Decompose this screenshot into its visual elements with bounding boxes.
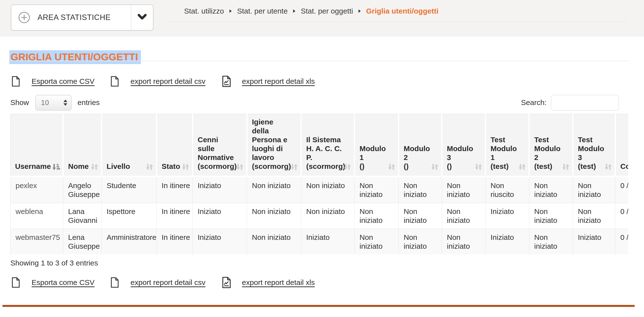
breadcrumb-item[interactable]: Stat. per oggetti (301, 7, 353, 15)
export-link[interactable]: export report detail xls (242, 77, 315, 85)
column-header[interactable]: TestModulo1(test) (486, 114, 529, 177)
breadcrumb-separator-icon (358, 9, 361, 13)
file-icon (11, 277, 20, 288)
table-cell: Non iniziato (442, 177, 486, 203)
column-header[interactable]: CennisulleNormative(scormorg) (193, 114, 247, 177)
table-scroll-container[interactable]: UsernameNomeLivelloStatoCennisulleNormat… (10, 114, 628, 254)
file-icon (11, 76, 20, 87)
column-header-label: P. (306, 153, 350, 162)
column-header-label: Normative (198, 153, 242, 162)
breadcrumb-current: Griglia utenti/oggetti (366, 7, 438, 15)
table-cell: Non iniziato (529, 229, 573, 255)
file-icon (110, 277, 119, 288)
chevron-down-icon (138, 14, 147, 21)
column-header[interactable]: TestModulo3(test) (573, 114, 616, 177)
export-link[interactable]: export report detail xls (242, 278, 315, 287)
export-link-group[interactable]: Esporta come CSV (11, 76, 94, 87)
export-link-group[interactable]: export report detail xls (221, 277, 315, 289)
column-header[interactable]: Modulo3() (442, 114, 486, 177)
table-cell: Non iniziato (354, 177, 399, 203)
column-header-label: Co (620, 162, 628, 171)
column-header-label: Livello (106, 162, 152, 171)
export-link-group[interactable]: Esporta come CSV (11, 277, 94, 288)
table-cell: Non iniziato (399, 203, 442, 229)
search-control: Search: (521, 95, 619, 110)
table-cell: Lana Giovanni (63, 203, 102, 229)
file-chart-icon (221, 277, 232, 289)
table-cell: Non iniziato (247, 229, 301, 255)
column-header-label: Test (490, 135, 524, 144)
table-cell: 0 / (616, 229, 628, 255)
file-icon (110, 76, 119, 87)
table-cell: Non iniziato (301, 203, 354, 229)
column-header[interactable]: Il SistemaH. A. C. C.P.(scormorg) (301, 114, 354, 177)
sort-icon (561, 162, 570, 171)
area-statistiche-split-button[interactable]: AREA STATISTICHE (11, 4, 154, 30)
table-cell: webmaster75 (10, 229, 63, 255)
column-header[interactable]: Username (10, 114, 63, 177)
page-size-select[interactable]: 10 (35, 95, 72, 110)
export-link-group[interactable]: export report detail csv (110, 76, 205, 87)
table-cell: weblena (10, 203, 63, 229)
column-header-label: Modulo (534, 144, 568, 153)
table-cell: Iniziato (573, 229, 616, 255)
column-header-label: Modulo (404, 144, 437, 153)
sort-icon (387, 162, 396, 171)
column-header-label: lavoro (252, 153, 296, 162)
export-links-bottom: Esporta come CSVexport report detail csv… (11, 275, 315, 290)
column-header[interactable]: IgienedellaPersona eluoghi dilavoro(scor… (247, 114, 301, 177)
table-cell: Studente (102, 177, 157, 203)
search-input[interactable] (551, 95, 619, 110)
table-cell: Non iniziato (301, 177, 354, 203)
export-link[interactable]: export report detail csv (130, 278, 205, 287)
area-statistiche-button[interactable]: AREA STATISTICHE (11, 5, 131, 30)
column-header[interactable]: Modulo1() (354, 114, 399, 177)
users-objects-table: UsernameNomeLivelloStatoCennisulleNormat… (10, 114, 628, 254)
footer-divider (2, 305, 634, 307)
export-link[interactable]: export report detail csv (130, 77, 205, 85)
export-link-group[interactable]: export report detail csv (110, 277, 205, 288)
sort-icon (290, 162, 298, 171)
column-header[interactable]: Modulo2() (399, 114, 442, 177)
table-cell: Non iniziato (247, 203, 301, 229)
area-statistiche-label: AREA STATISTICHE (38, 13, 110, 22)
table-row: pexlexAngelo GiuseppeStudenteIn itinereI… (10, 177, 628, 203)
column-header[interactable]: Nome (63, 114, 102, 177)
export-link[interactable]: Esporta come CSV (32, 77, 94, 85)
sort-icon (518, 162, 526, 171)
sort-icon (604, 162, 613, 171)
column-header[interactable]: Stato (157, 114, 193, 177)
column-header-label: Cenni (198, 135, 242, 144)
area-dropdown-caret-button[interactable] (131, 5, 153, 30)
show-label: Show (10, 98, 29, 107)
table-cell: Amministratore (102, 229, 157, 255)
table-cell: Non iniziato (529, 177, 573, 203)
table-cell: Non iniziato (442, 229, 486, 255)
column-header-label: 1 (490, 153, 524, 162)
column-header[interactable]: Co (616, 114, 628, 177)
column-header-label: Modulo (447, 144, 480, 153)
column-header-label: luoghi di (252, 144, 296, 153)
page-length-control: Show 10 entries (10, 95, 100, 110)
table-cell: pexlex (10, 177, 63, 203)
breadcrumb-separator-icon (293, 9, 295, 13)
breadcrumb-item[interactable]: Stat. per utente (237, 7, 288, 15)
table-cell: Non iniziato (354, 229, 399, 255)
sort-icon (474, 162, 483, 171)
breadcrumb-item[interactable]: Stat. utilizzo (184, 7, 224, 15)
column-header-label: Modulo (578, 144, 610, 153)
table-cell: Non riuscito (486, 177, 529, 203)
table-row: webmaster75Lena GiuseppeAmministratoreIn… (10, 229, 628, 255)
table-cell: Non iniziato (399, 229, 442, 255)
column-header[interactable]: Livello (102, 114, 157, 177)
column-header-label: 2 (534, 153, 568, 162)
export-link[interactable]: Esporta come CSV (32, 278, 94, 287)
table-cell: Non iniziato (354, 203, 399, 229)
column-header-label: Modulo (490, 144, 524, 153)
sort-asc-icon (52, 162, 60, 171)
table-cell: Iniziato (301, 229, 354, 255)
column-header[interactable]: TestModulo2(test) (529, 114, 573, 177)
page-title: GRIGLIA UTENTI/OGGETTI (10, 50, 141, 64)
breadcrumb-separator-icon (230, 9, 232, 13)
export-link-group[interactable]: export report detail xls (221, 75, 315, 87)
